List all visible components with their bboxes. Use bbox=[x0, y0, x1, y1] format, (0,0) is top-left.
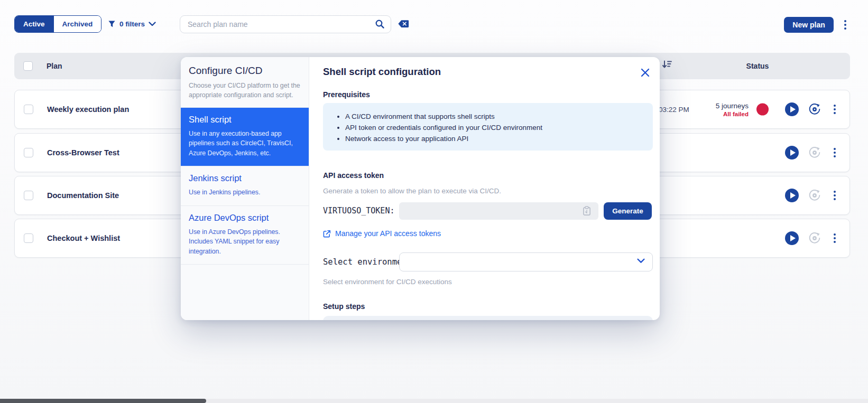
sidebar-item-jenkins-script[interactable]: Jenkins script Use in Jenkins pipelines. bbox=[181, 166, 309, 205]
backspace-clear-icon[interactable] bbox=[398, 19, 409, 29]
modal-sidebar-title: Configure CI/CD bbox=[189, 65, 301, 77]
token-env-var-label: VIRTUOSO_TOKEN: bbox=[323, 202, 394, 220]
cicd-platform-sidebar: Configure CI/CD Choose your CI/CD platfo… bbox=[181, 57, 309, 320]
api-token-description: Generate a token to allow the plan to ex… bbox=[323, 187, 501, 195]
chevron-down-icon bbox=[637, 258, 645, 264]
journeys-summary: 5 journeys All failed bbox=[690, 102, 749, 117]
status-failed-dot bbox=[756, 104, 769, 116]
prerequisite-item: A CI/CD environment that supports shell … bbox=[345, 111, 642, 122]
filters-dropdown[interactable]: 0 filters bbox=[108, 15, 156, 33]
rerun-sync-icon-disabled bbox=[808, 189, 821, 202]
row-checkbox[interactable] bbox=[24, 191, 33, 200]
generate-token-button[interactable]: Generate bbox=[604, 202, 652, 220]
setup-code-block-partial bbox=[323, 316, 653, 320]
select-all-checkbox[interactable] bbox=[23, 61, 33, 71]
sort-descending-icon[interactable] bbox=[662, 60, 672, 69]
rerun-sync-icon[interactable] bbox=[808, 102, 821, 116]
rerun-sync-icon-disabled bbox=[808, 146, 821, 160]
prerequisite-item: API token or credentials configured in y… bbox=[345, 122, 642, 133]
plans-page: Active Archived 0 filters New plan Plan bbox=[0, 0, 868, 403]
run-plan-play-icon[interactable] bbox=[785, 189, 799, 202]
setup-steps-heading: Setup steps bbox=[323, 302, 365, 311]
row-menu-kebab-icon[interactable] bbox=[832, 231, 838, 245]
row-menu-kebab-icon[interactable] bbox=[832, 146, 838, 160]
page-menu-kebab-icon[interactable] bbox=[842, 18, 848, 32]
shell-script-config-panel: Shell script configuration Prerequisites… bbox=[309, 57, 660, 320]
manage-tokens-link[interactable]: Manage your API access tokens bbox=[323, 229, 441, 238]
environment-select-label: Select environment bbox=[323, 252, 412, 271]
prerequisites-box: A CI/CD environment that supports shell … bbox=[323, 103, 653, 151]
chevron-down-icon bbox=[149, 22, 156, 26]
external-link-icon bbox=[323, 230, 331, 238]
horizontal-scrollbar-thumb[interactable] bbox=[0, 399, 206, 403]
journeys-failed-note: All failed bbox=[690, 111, 749, 117]
new-plan-button[interactable]: New plan bbox=[784, 17, 834, 33]
search-box bbox=[180, 15, 391, 33]
environment-helper-text: Select environment for CI/CD executions bbox=[323, 278, 452, 286]
modal-title: Shell script configuration bbox=[323, 66, 441, 78]
journeys-count: 5 journeys bbox=[690, 102, 749, 110]
environment-select[interactable] bbox=[399, 252, 653, 271]
configure-cicd-modal: Configure CI/CD Choose your CI/CD platfo… bbox=[181, 57, 660, 320]
active-archived-toggle: Active Archived bbox=[14, 15, 101, 33]
funnel-icon bbox=[108, 20, 116, 28]
run-plan-play-icon[interactable] bbox=[785, 146, 799, 160]
plan-name[interactable]: Documentation Site bbox=[47, 191, 119, 200]
plan-name[interactable]: Weekly execution plan bbox=[47, 105, 129, 114]
plan-name[interactable]: Cross-Browser Test bbox=[47, 148, 119, 157]
row-checkbox[interactable] bbox=[24, 148, 33, 157]
modal-sidebar-description: Choose your CI/CD platform to get the ap… bbox=[189, 81, 301, 100]
sidebar-item-shell-script[interactable]: Shell script Use in any execution-based … bbox=[181, 108, 309, 166]
search-input[interactable] bbox=[180, 15, 391, 33]
row-menu-kebab-icon[interactable] bbox=[832, 189, 838, 202]
plan-name[interactable]: Checkout + Wishlist bbox=[47, 234, 120, 242]
column-header-status: Status bbox=[715, 62, 800, 70]
sidebar-item-azure-devops-script[interactable]: Azure DevOps script Use in Azure DevOps … bbox=[181, 206, 309, 265]
run-plan-play-icon[interactable] bbox=[785, 102, 799, 116]
api-token-heading: API access token bbox=[323, 171, 384, 180]
prerequisite-item: Network access to your application API bbox=[345, 133, 642, 144]
search-icon[interactable] bbox=[375, 19, 385, 29]
tab-active[interactable]: Active bbox=[15, 16, 53, 32]
run-plan-play-icon[interactable] bbox=[785, 231, 799, 245]
filters-label: 0 filters bbox=[119, 20, 145, 28]
row-menu-kebab-icon[interactable] bbox=[832, 102, 838, 116]
tab-archived[interactable]: Archived bbox=[53, 16, 101, 32]
prerequisites-heading: Prerequisites bbox=[323, 90, 370, 99]
last-run-time: 03:22 PM bbox=[659, 106, 689, 114]
row-checkbox[interactable] bbox=[24, 233, 33, 243]
row-checkbox[interactable] bbox=[24, 105, 33, 114]
close-icon[interactable] bbox=[638, 65, 652, 79]
rerun-sync-icon-disabled bbox=[808, 231, 821, 245]
token-value-field[interactable] bbox=[399, 202, 598, 220]
column-header-plan: Plan bbox=[47, 62, 62, 70]
clipboard-icon[interactable] bbox=[582, 206, 592, 216]
